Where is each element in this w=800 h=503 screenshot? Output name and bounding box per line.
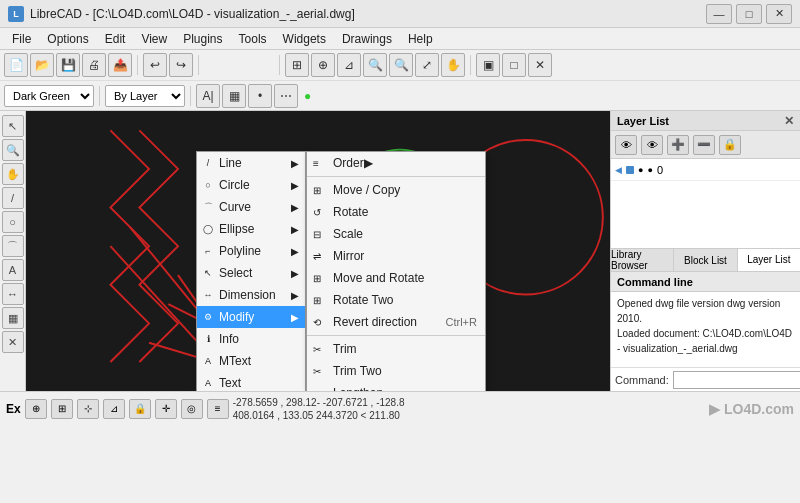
menu-item-polyline[interactable]: ⌐ Polyline ▶ bbox=[197, 240, 305, 262]
command-input-row: Command: bbox=[611, 367, 800, 391]
export-button[interactable]: 📤 bbox=[108, 53, 132, 77]
menu-view[interactable]: View bbox=[133, 28, 175, 49]
submenu-rotate-two[interactable]: ⊞ Rotate Two bbox=[307, 289, 485, 311]
grid-button[interactable]: ⊞ bbox=[285, 53, 309, 77]
undo-button[interactable]: ↩ bbox=[143, 53, 167, 77]
hatch-btn[interactable]: ▦ bbox=[222, 84, 246, 108]
maximize-button[interactable]: □ bbox=[736, 4, 762, 24]
submenu-rotate[interactable]: ↺ Rotate bbox=[307, 201, 485, 223]
submenu-mirror[interactable]: ⇌ Mirror bbox=[307, 245, 485, 267]
menu-item-mtext[interactable]: A MText bbox=[197, 350, 305, 372]
layer-current-indicator: ◀ bbox=[615, 165, 622, 175]
menu-file[interactable]: File bbox=[4, 28, 39, 49]
menu-plugins[interactable]: Plugins bbox=[175, 28, 230, 49]
submenu-revert[interactable]: ⟲ Revert direction Ctrl+R bbox=[307, 311, 485, 333]
lt-hatch[interactable]: ▦ bbox=[2, 307, 24, 329]
menu-edit[interactable]: Edit bbox=[97, 28, 134, 49]
tab-block-list[interactable]: Block List bbox=[674, 249, 737, 271]
menu-item-info[interactable]: ℹ Info bbox=[197, 328, 305, 350]
curve-arrow: ▶ bbox=[291, 202, 299, 213]
tab-library-browser[interactable]: Library Browser bbox=[611, 249, 674, 271]
menu-drawings[interactable]: Drawings bbox=[334, 28, 400, 49]
separator-1 bbox=[137, 55, 138, 75]
submenu-move-copy[interactable]: ⊞ Move / Copy bbox=[307, 179, 485, 201]
pen-dropdown[interactable]: By Layer bbox=[105, 85, 185, 107]
menu-item-ellipse[interactable]: ◯ Ellipse ▶ bbox=[197, 218, 305, 240]
delete-button[interactable]: ✕ bbox=[528, 53, 552, 77]
lt-dim[interactable]: ↔ bbox=[2, 283, 24, 305]
print-button[interactable]: 🖨 bbox=[82, 53, 106, 77]
layer-remove-btn[interactable]: ➖ bbox=[693, 135, 715, 155]
title-bar-controls: — □ ✕ bbox=[706, 4, 792, 24]
layer-freeze-btn[interactable]: 👁 bbox=[641, 135, 663, 155]
menu-item-line[interactable]: / Line ▶ bbox=[197, 152, 305, 174]
menu-help[interactable]: Help bbox=[400, 28, 441, 49]
pan-button[interactable]: ✋ bbox=[441, 53, 465, 77]
rel-status-btn[interactable]: ◎ bbox=[181, 399, 203, 419]
watermark: ▶ LO4D.com bbox=[709, 401, 794, 417]
left-toolbar: ↖ 🔍 ✋ / ○ ⌒ A ↔ ▦ ✕ bbox=[0, 111, 26, 391]
deselect-button[interactable]: □ bbox=[502, 53, 526, 77]
grid-status-btn[interactable]: ⊞ bbox=[51, 399, 73, 419]
lt-line[interactable]: / bbox=[2, 187, 24, 209]
snap-status-btn[interactable]: ⊕ bbox=[25, 399, 47, 419]
submenu-trim[interactable]: ✂ Trim bbox=[307, 338, 485, 360]
submenu-move-rotate[interactable]: ⊞ Move and Rotate bbox=[307, 267, 485, 289]
menu-widgets[interactable]: Widgets bbox=[275, 28, 334, 49]
layer-row-0[interactable]: ◀ ● ● 0 bbox=[611, 159, 800, 181]
lt-text[interactable]: A bbox=[2, 259, 24, 281]
lock-status-btn[interactable]: 🔒 bbox=[129, 399, 151, 419]
submenu-order[interactable]: ≡ Order ▶ bbox=[307, 152, 485, 174]
panel-header: Layer List ✕ bbox=[611, 111, 800, 131]
new-button[interactable]: 📄 bbox=[4, 53, 28, 77]
lt-pan[interactable]: ✋ bbox=[2, 163, 24, 185]
menu-item-dimension[interactable]: ↔ Dimension ▶ bbox=[197, 284, 305, 306]
menu-options[interactable]: Options bbox=[39, 28, 96, 49]
lt-zoom[interactable]: 🔍 bbox=[2, 139, 24, 161]
status-bar: Ex ⊕ ⊞ ⊹ ⊿ 🔒 ✛ ◎ ≡ -278.5659 , 298.12- -… bbox=[0, 391, 800, 425]
submenu-scale[interactable]: ⊟ Scale bbox=[307, 223, 485, 245]
lt-pointer[interactable]: ↖ bbox=[2, 115, 24, 137]
layer-visible-btn[interactable]: 👁 bbox=[615, 135, 637, 155]
tab-layer-list[interactable]: Layer List bbox=[738, 249, 800, 271]
toolbar-container: 📄 📂 💾 🖨 📤 ↩ ↪ ⊞ ⊕ ⊿ 🔍 🔍 ⤢ ✋ ▣ □ ✕ Dark G… bbox=[0, 50, 800, 111]
command-output: Opened dwg file version dwg version 2010… bbox=[611, 292, 800, 367]
command-input[interactable] bbox=[673, 371, 800, 389]
canvas-area[interactable]: / Line ▶ ○ Circle ▶ ⌒ Curve ▶ ◯ Ellipse bbox=[26, 111, 610, 391]
menu-item-select[interactable]: ↖ Select ▶ bbox=[197, 262, 305, 284]
extra-status-btn[interactable]: ≡ bbox=[207, 399, 229, 419]
coord-status-btn[interactable]: ✛ bbox=[155, 399, 177, 419]
more-btn[interactable]: ⋯ bbox=[274, 84, 298, 108]
order-arrow: ▶ bbox=[364, 156, 373, 170]
point-btn[interactable]: • bbox=[248, 84, 272, 108]
layer-dropdown[interactable]: Dark Green bbox=[4, 85, 94, 107]
menu-item-circle[interactable]: ○ Circle ▶ bbox=[197, 174, 305, 196]
close-button[interactable]: ✕ bbox=[766, 4, 792, 24]
zoom-in-button[interactable]: 🔍 bbox=[363, 53, 387, 77]
zoom-out-button[interactable]: 🔍 bbox=[389, 53, 413, 77]
menu-item-modify[interactable]: ⚙ Modify ▶ bbox=[197, 306, 305, 328]
panel-tabs: Library Browser Block List Layer List bbox=[611, 248, 800, 271]
snap2-status-btn[interactable]: ⊹ bbox=[77, 399, 99, 419]
submenu-trim-two[interactable]: ✂ Trim Two bbox=[307, 360, 485, 382]
save-button[interactable]: 💾 bbox=[56, 53, 80, 77]
lt-circle[interactable]: ○ bbox=[2, 211, 24, 233]
menu-item-curve[interactable]: ⌒ Curve ▶ bbox=[197, 196, 305, 218]
submenu-lengthen[interactable]: ⟺ Lengthen bbox=[307, 382, 485, 391]
redo-button[interactable]: ↪ bbox=[169, 53, 193, 77]
snap-button[interactable]: ⊕ bbox=[311, 53, 335, 77]
open-button[interactable]: 📂 bbox=[30, 53, 54, 77]
lt-arc[interactable]: ⌒ bbox=[2, 235, 24, 257]
minimize-button[interactable]: — bbox=[706, 4, 732, 24]
layer-add-btn[interactable]: ➕ bbox=[667, 135, 689, 155]
select-all-button[interactable]: ▣ bbox=[476, 53, 500, 77]
text-btn[interactable]: A| bbox=[196, 84, 220, 108]
layer-lock-btn[interactable]: 🔒 bbox=[719, 135, 741, 155]
ortho-button[interactable]: ⊿ bbox=[337, 53, 361, 77]
ortho-status-btn[interactable]: ⊿ bbox=[103, 399, 125, 419]
zoom-fit-button[interactable]: ⤢ bbox=[415, 53, 439, 77]
panel-close-button[interactable]: ✕ bbox=[784, 114, 794, 128]
menu-item-text[interactable]: A Text bbox=[197, 372, 305, 391]
lt-erase[interactable]: ✕ bbox=[2, 331, 24, 353]
menu-tools[interactable]: Tools bbox=[231, 28, 275, 49]
